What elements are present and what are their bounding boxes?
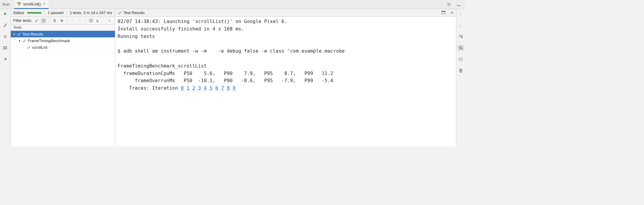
trace-link[interactable]: 4 <box>204 85 207 91</box>
scroll-to-end-icon[interactable] <box>458 45 464 51</box>
svg-point-1 <box>19 2 21 4</box>
svg-rect-4 <box>457 5 460 6</box>
tab-title: scrollList() <box>23 2 41 6</box>
collapse-all-icon[interactable] <box>59 18 65 24</box>
svg-rect-6 <box>3 46 5 48</box>
svg-rect-2 <box>18 4 20 5</box>
tests-header: Tests <box>11 25 115 31</box>
tree-test[interactable]: scrollList <box>11 44 115 51</box>
layout-icon[interactable] <box>2 45 8 51</box>
trace-link[interactable]: 0 <box>181 85 184 91</box>
import-icon[interactable] <box>95 18 101 24</box>
tab-strip: Run: scrollList() ✕ <box>0 0 465 9</box>
show-passed-icon[interactable] <box>33 18 39 24</box>
tree-suite-label: FrameTimingBenchmark <box>28 39 70 43</box>
trace-link[interactable]: 6 <box>215 85 218 91</box>
svg-rect-9 <box>5 48 7 49</box>
wrench-icon[interactable] <box>2 22 8 28</box>
svg-point-3 <box>448 4 450 5</box>
output-title: Test Results <box>124 10 145 15</box>
more-icon[interactable]: » <box>107 18 113 24</box>
print-icon[interactable] <box>458 56 464 62</box>
left-gutter <box>0 9 11 146</box>
tree-suite[interactable]: ▾ FrameTimingBenchmark <box>11 37 115 44</box>
console-output[interactable]: 02/07 14:38:43: Launching 'scrollList()'… <box>115 17 456 146</box>
svg-point-0 <box>17 2 19 4</box>
trace-link[interactable]: 9 <box>232 85 235 91</box>
scroll-down-icon[interactable]: ↓ <box>458 22 464 28</box>
output-panel: Test Results ✕ 02/07 14:38:43: Launching… <box>115 9 456 146</box>
test-tree[interactable]: ▾ Test Results ▾ FrameTimingBenchmark sc… <box>11 31 115 146</box>
layout-toggle-icon[interactable] <box>441 10 446 15</box>
expand-all-icon[interactable] <box>52 18 58 24</box>
tab-scrolllist[interactable]: scrollList() ✕ <box>14 0 48 9</box>
status-progress <box>27 12 41 14</box>
passed-count: 1 passed <box>48 10 64 15</box>
trash-icon[interactable] <box>458 68 464 74</box>
tests-panel: Status 1 passed 1 tests, 3 m 18 s 347 ms… <box>11 9 115 146</box>
run-label: Run: <box>0 2 14 7</box>
output-header: Test Results ✕ <box>115 9 456 17</box>
check-icon <box>118 11 122 15</box>
next-fail-icon[interactable]: ↓ <box>77 18 83 24</box>
tree-root[interactable]: ▾ Test Results <box>11 31 115 37</box>
svg-line-11 <box>42 19 44 21</box>
history-icon[interactable] <box>88 18 94 24</box>
status-label: Status <box>13 10 24 15</box>
tests-summary: 1 tests, 3 m 18 s 347 ms <box>70 10 112 15</box>
gear-icon[interactable] <box>446 2 451 7</box>
filter-bar: Filter tests: ↑ ↓ <box>11 17 115 25</box>
minimize-icon[interactable] <box>457 2 461 7</box>
status-bar: Status 1 passed 1 tests, 3 m 18 s 347 ms <box>11 9 115 17</box>
pin-icon[interactable] <box>2 56 8 62</box>
chevron-down-icon: ▾ <box>18 39 21 42</box>
svg-rect-7 <box>5 46 7 48</box>
check-icon <box>17 32 21 36</box>
scroll-up-icon[interactable]: ↑ <box>458 11 464 17</box>
tree-test-label: scrollList <box>32 45 47 50</box>
svg-rect-8 <box>3 48 5 49</box>
check-icon <box>22 39 26 43</box>
trace-link[interactable]: 8 <box>227 85 230 91</box>
svg-rect-14 <box>442 11 445 12</box>
soft-wrap-icon[interactable] <box>458 33 464 39</box>
chevron-down-icon: ▾ <box>13 33 16 36</box>
check-icon <box>27 45 31 49</box>
tree-root-label: Test Results <box>22 32 44 36</box>
run-button[interactable] <box>2 11 8 17</box>
trace-link[interactable]: 5 <box>209 85 212 91</box>
trace-link[interactable]: 1 <box>187 85 189 91</box>
right-gutter: ↑ ↓ <box>456 9 465 146</box>
filter-label: Filter tests: <box>13 18 32 23</box>
stop-button[interactable] <box>2 33 8 39</box>
trace-link[interactable]: 3 <box>198 85 201 91</box>
android-test-icon <box>17 2 21 6</box>
close-output-icon[interactable]: ✕ <box>450 10 454 15</box>
svg-rect-5 <box>4 35 7 38</box>
prev-fail-icon[interactable]: ↑ <box>70 18 76 24</box>
trace-link[interactable]: 2 <box>192 85 195 91</box>
trace-link[interactable]: 7 <box>221 85 224 91</box>
close-icon[interactable]: ✕ <box>43 2 46 6</box>
show-ignored-icon[interactable] <box>41 18 47 24</box>
